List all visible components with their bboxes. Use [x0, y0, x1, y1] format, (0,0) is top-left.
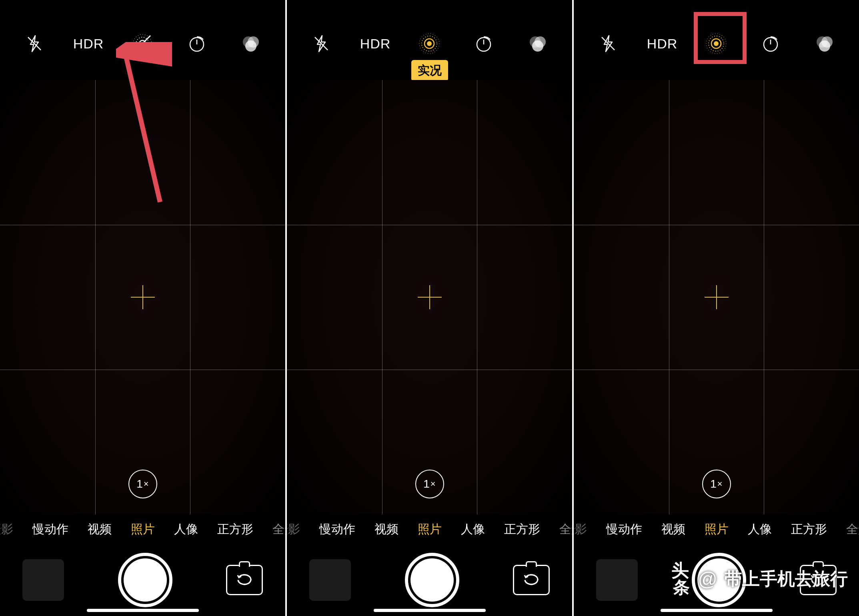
mode-slomo[interactable]: 慢动作 — [32, 521, 68, 538]
bottom-bar — [287, 544, 572, 616]
camera-flip-button[interactable] — [800, 565, 837, 595]
mode-photo[interactable]: 照片 — [418, 521, 442, 538]
bottom-bar — [0, 544, 285, 616]
filters-icon — [240, 33, 261, 54]
flash-button[interactable] — [303, 25, 340, 62]
focus-cross-icon — [705, 285, 729, 309]
zoom-value: 1 — [710, 478, 717, 490]
shutter-inner — [124, 558, 167, 602]
viewfinder[interactable]: 1× — [0, 80, 285, 514]
zoom-badge[interactable]: 1× — [128, 470, 157, 498]
mode-bar[interactable]: 摄影 慢动作 视频 照片 人像 正方形 全景 — [287, 514, 572, 544]
last-photo-thumbnail[interactable] — [22, 559, 64, 601]
last-photo-thumbnail[interactable] — [309, 559, 351, 601]
mode-portrait[interactable]: 人像 — [461, 521, 485, 538]
top-toolbar: HDR — [287, 0, 572, 80]
live-photo-button[interactable] — [698, 25, 735, 62]
grid-line — [764, 80, 764, 514]
hdr-button[interactable]: HDR — [357, 25, 394, 62]
shutter-inner — [697, 558, 741, 602]
mode-video[interactable]: 视频 — [374, 521, 398, 538]
live-photo-button[interactable] — [411, 25, 448, 62]
camera-flip-button[interactable] — [226, 565, 263, 595]
grid-line — [477, 80, 477, 514]
grid-line — [669, 80, 669, 514]
mode-square[interactable]: 正方形 — [504, 521, 540, 538]
mode-pano-clip[interactable]: 全景 — [559, 521, 573, 538]
svg-point-9 — [245, 40, 256, 52]
flash-off-icon — [25, 34, 44, 53]
zoom-suffix: × — [431, 479, 436, 489]
mode-photo[interactable]: 照片 — [705, 521, 729, 538]
mode-photo[interactable]: 照片 — [131, 521, 155, 538]
camera-panel-1: HDR — [0, 0, 285, 616]
hdr-label: HDR — [73, 36, 104, 52]
mode-portrait[interactable]: 人像 — [174, 521, 198, 538]
filters-button[interactable] — [232, 25, 269, 62]
camera-panel-2: HDR — [285, 0, 572, 616]
viewfinder[interactable]: 1× — [574, 80, 859, 514]
grid-line — [95, 80, 96, 514]
home-indicator[interactable] — [661, 609, 773, 612]
hdr-button[interactable]: HDR — [644, 25, 681, 62]
mode-video[interactable]: 视频 — [88, 521, 112, 538]
timer-icon — [187, 34, 206, 53]
mode-bar[interactable]: 摄影 慢动作 视频 照片 人像 正方形 全景 — [574, 514, 859, 544]
top-toolbar: HDR — [0, 0, 285, 80]
mode-slomo[interactable]: 慢动作 — [606, 521, 642, 538]
mode-square[interactable]: 正方形 — [217, 521, 253, 538]
shutter-button[interactable] — [405, 553, 459, 607]
camera-flip-icon — [234, 572, 255, 588]
mode-slomo[interactable]: 慢动作 — [319, 521, 355, 538]
zoom-badge[interactable]: 1× — [702, 470, 731, 498]
bottom-bar — [574, 544, 859, 616]
mode-bar[interactable]: 摄影 慢动作 视频 照片 人像 正方形 全景 — [0, 514, 285, 544]
flash-off-icon — [599, 34, 618, 53]
flash-button[interactable] — [16, 25, 53, 62]
flash-button[interactable] — [590, 25, 627, 62]
shutter-button[interactable] — [692, 553, 746, 607]
filters-icon — [527, 33, 548, 54]
live-photo-on-icon — [705, 32, 727, 55]
filters-icon — [814, 33, 835, 54]
mode-timelapse-clip[interactable]: 摄影 — [287, 521, 300, 538]
timer-button[interactable] — [465, 25, 502, 62]
grid-line — [287, 370, 572, 370]
live-photo-button[interactable] — [124, 25, 161, 62]
camera-flip-icon — [521, 572, 542, 588]
top-toolbar: HDR — [574, 0, 859, 80]
filters-button[interactable] — [806, 25, 843, 62]
camera-flip-button[interactable] — [513, 565, 550, 595]
svg-point-30 — [819, 40, 830, 52]
mode-square[interactable]: 正方形 — [791, 521, 827, 538]
zoom-badge[interactable]: 1× — [415, 470, 444, 498]
mode-pano-clip[interactable]: 全景 — [272, 521, 286, 538]
timer-icon — [474, 34, 493, 53]
viewfinder[interactable]: 1× — [287, 80, 572, 514]
grid-line — [287, 225, 572, 225]
zoom-value: 1 — [136, 478, 143, 490]
mode-portrait[interactable]: 人像 — [748, 521, 772, 538]
mode-timelapse-clip[interactable]: 摄影 — [0, 521, 13, 538]
last-photo-thumbnail[interactable] — [596, 559, 638, 601]
flash-off-icon — [312, 34, 331, 53]
grid-line — [190, 80, 190, 514]
timer-icon — [761, 34, 780, 53]
timer-button[interactable] — [752, 25, 789, 62]
timer-button[interactable] — [178, 25, 215, 62]
mode-pano-clip[interactable]: 全景 — [846, 521, 859, 538]
shutter-button[interactable] — [118, 553, 172, 607]
mode-video[interactable]: 视频 — [661, 521, 685, 538]
mode-timelapse-clip[interactable]: 摄影 — [574, 521, 587, 538]
camera-flip-icon — [808, 572, 829, 588]
zoom-suffix: × — [717, 479, 723, 489]
home-indicator[interactable] — [374, 609, 486, 612]
triptych: HDR — [0, 0, 859, 616]
hdr-label: HDR — [647, 36, 678, 52]
home-indicator[interactable] — [87, 609, 199, 612]
filters-button[interactable] — [519, 25, 556, 62]
svg-point-20 — [532, 40, 543, 52]
svg-point-22 — [714, 41, 719, 46]
live-photo-on-icon — [418, 32, 441, 55]
hdr-button[interactable]: HDR — [70, 25, 107, 62]
